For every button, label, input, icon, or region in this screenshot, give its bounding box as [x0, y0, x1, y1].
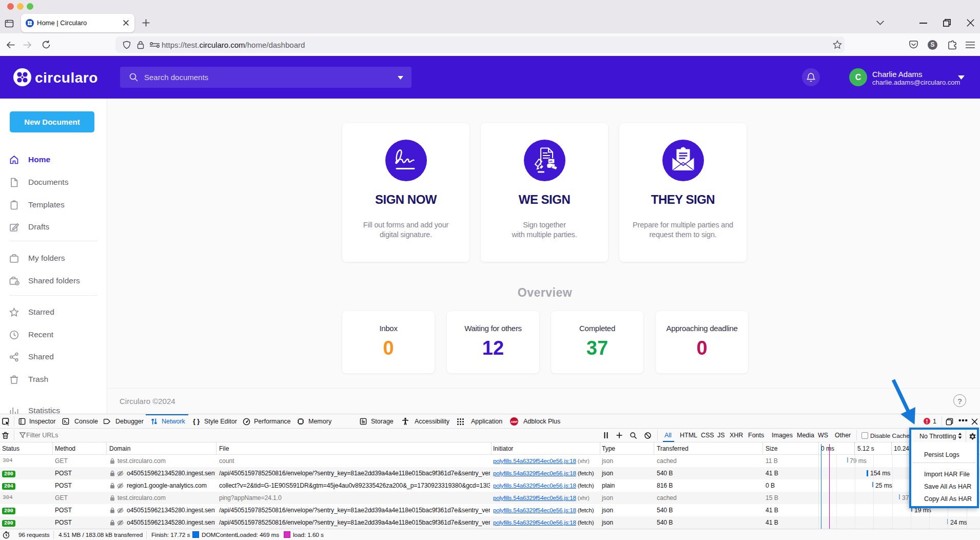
- svg-text:ABP: ABP: [511, 420, 517, 423]
